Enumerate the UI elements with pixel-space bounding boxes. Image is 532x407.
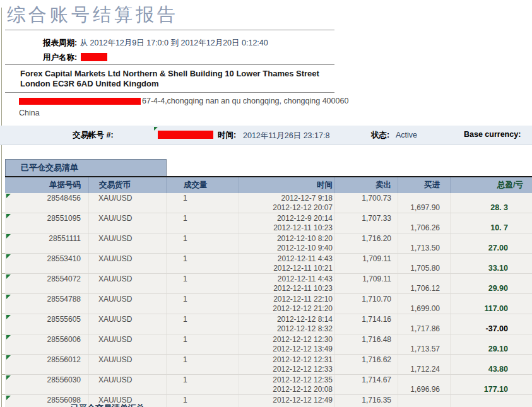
cell-total-pl: 117.00: [450, 304, 532, 313]
cell-currency: XAU/USD: [88, 315, 166, 324]
cell-ticket: 28556030: [5, 375, 88, 384]
cell-total-pl: 27.00: [450, 244, 532, 252]
col-header-currency: 交易货币: [88, 177, 166, 193]
comment-marker-icon: [6, 194, 11, 198]
table-header-row: 单据号码 交易货币 成交量 时间 卖出 买进 总盈/亏: [5, 177, 532, 193]
table-row: 28551095 XAU/USD 1 2012-12-9 20:14 1,707…: [5, 213, 532, 233]
col-header-ticket: 单据号码: [5, 177, 88, 193]
cell-close-time: 2012-12-12 13:49: [239, 345, 334, 353]
redacted-username: [81, 53, 107, 61]
comment-marker-icon: [6, 315, 11, 319]
cell-buy-price: 1,696.96: [398, 385, 450, 394]
cell-close-time: 2012-12-12 20:07: [239, 203, 334, 212]
comment-marker-icon: [6, 234, 11, 239]
col-header-volume: 成交量: [166, 177, 239, 193]
cell-sell-price: 1,709.11: [334, 254, 398, 263]
cell-buy-price: 1,713.50: [398, 244, 450, 252]
cell-currency: XAU/USD: [88, 396, 166, 404]
cell-sell-price: 1,709.11: [334, 274, 398, 283]
cell-open-time: 2012-12-12 12:49: [239, 396, 334, 404]
status-value: Active: [396, 131, 417, 139]
cell-ticket: 28555605: [5, 315, 88, 324]
col-header-time: 时间: [239, 177, 334, 193]
cell-close-time: 2012-12-12 8:32: [239, 324, 334, 333]
tab-closed-trades[interactable]: 已平仓交易清单: [5, 159, 167, 176]
client-address-line1: 67-4-4,chongqing nan an qu chongqing, ch…: [19, 97, 348, 105]
table-row: 28548456 XAU/USD 1 2012-12-7 9:18 1,700.…: [5, 193, 532, 213]
cell-buy-price: 1,706.26: [398, 223, 450, 232]
username-row: 用户名称:: [43, 51, 107, 63]
cell-volume: 1: [166, 234, 239, 243]
cell-open-time: 2012-12-7 9:18: [239, 194, 334, 203]
cell-ticket: 28548456: [5, 194, 88, 203]
cell-ticket: 28556098: [5, 396, 88, 404]
cell-volume: 1: [166, 254, 239, 263]
cell-currency: XAU/USD: [88, 295, 166, 304]
cell-buy-price: 1,713.57: [398, 345, 450, 353]
table-row: 28556012 XAU/USD 1 2012-12-12 12:31 1,71…: [5, 355, 532, 375]
client-address-line2: China: [19, 109, 40, 117]
cell-ticket: 28553410: [5, 254, 88, 263]
cell-volume: 1: [166, 335, 239, 344]
cell-volume: 1: [166, 274, 239, 283]
cell-volume: 1: [166, 295, 239, 304]
time-value: 2012年11月26日 23:17:8: [243, 131, 329, 141]
settlement-report-page: 综合账号结算报告 报表周期: 从 2012年12月9日 17:0:0 到 201…: [0, 0, 532, 407]
cell-ticket: 28551095: [5, 214, 88, 223]
cell-total-pl: 10. 7: [450, 223, 532, 232]
report-period-row: 报表周期: 从 2012年12月9日 17:0:0 到 2012年12月20日 …: [43, 37, 268, 49]
cell-total-pl: -37.00: [450, 324, 532, 333]
table-row: 28556006 XAU/USD 1 2012-12-12 12:30 1,71…: [5, 334, 532, 355]
divider: [5, 92, 334, 93]
cell-ticket: 28556006: [5, 335, 88, 344]
table-row: 28556030 XAU/USD 1 2012-12-12 12:35 1,71…: [5, 375, 532, 395]
comment-marker-icon: [6, 254, 11, 259]
cell-buy-price: 1,697.90: [398, 203, 450, 212]
cell-open-time: 2012-12-11 4:43: [239, 254, 334, 263]
cell-volume: 1: [166, 214, 239, 223]
trade-rows: 28548456 XAU/USD 1 2012-12-7 9:18 1,700.…: [5, 193, 532, 407]
cell-buy-price: 1,706.12: [398, 284, 450, 293]
cell-volume: 1: [166, 194, 239, 203]
comment-marker-icon: [6, 396, 11, 400]
cell-total-pl: 177.10: [450, 385, 532, 394]
base-currency-label: Base currency:: [464, 130, 521, 139]
cell-volume: 1: [166, 396, 239, 404]
cell-open-time: 2012-12-11 4:43: [239, 274, 334, 283]
cell-ticket: 28554072: [5, 274, 88, 283]
comment-marker-icon: [6, 355, 11, 360]
cell-total-pl: 43.80: [450, 365, 532, 374]
cell-total-pl: 28. 3: [450, 203, 532, 212]
comment-marker-icon: [6, 295, 11, 299]
cell-close-time: 2012-12-10 9:40: [239, 244, 334, 252]
table-row: 28554072 XAU/USD 1 2012-12-11 4:43 1,709…: [5, 274, 532, 294]
col-header-sell: 卖出: [334, 177, 398, 193]
table-row: 28551111 XAU/USD 1 2012-12-10 8:20 1,716…: [5, 233, 532, 254]
cell-ticket: 28554788: [5, 295, 88, 304]
divider: [5, 64, 334, 65]
comment-marker-icon: [6, 375, 11, 380]
cell-ticket: 28551111: [5, 234, 88, 243]
cell-open-time: 2012-12-11 22:10: [239, 295, 334, 304]
cell-open-time: 2012-12-12 12:35: [239, 375, 334, 384]
cell-total-pl: 29.10: [450, 345, 532, 353]
cell-close-time: 2012-12-12 20:08: [239, 385, 334, 394]
comment-marker-icon: [6, 335, 11, 339]
table-row: 28555605 XAU/USD 1 2012-12-12 8:14 1,714…: [5, 314, 532, 334]
cell-open-time: 2012-12-12 12:30: [239, 335, 334, 344]
broker-address: Forex Capital Markets Ltd Northern & She…: [20, 69, 323, 88]
cell-open-time: 2012-12-12 8:14: [239, 315, 334, 324]
cell-open-time: 2012-12-9 20:14: [239, 214, 334, 223]
col-header-buy: 买进: [398, 177, 450, 193]
comment-marker-icon: [6, 274, 11, 279]
cell-close-time: 2012-12-11 10:23: [239, 223, 334, 232]
cutoff-section-fragment: 已平仓交易清单汇总: [71, 404, 260, 407]
cell-currency: XAU/USD: [88, 274, 166, 283]
cell-sell-price: 1,714.16: [334, 315, 398, 324]
table-row: 28553410 XAU/USD 1 2012-12-11 4:43 1,709…: [5, 254, 532, 274]
cell-currency: XAU/USD: [88, 214, 166, 223]
report-period-label: 报表周期:: [43, 38, 77, 47]
report-period-value: 从 2012年12月9日 17:0:0 到 2012年12月20日 0:12:4…: [80, 38, 268, 47]
cell-open-time: 2012-12-12 12:31: [239, 355, 334, 364]
cell-volume: 1: [166, 315, 239, 324]
